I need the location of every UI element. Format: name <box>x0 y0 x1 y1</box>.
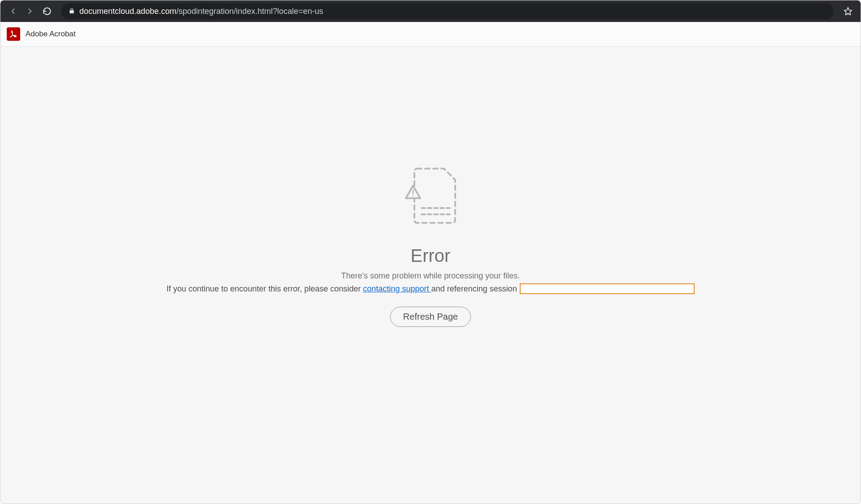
address-bar[interactable]: documentcloud.adobe.com/spodintegration/… <box>61 3 834 19</box>
acrobat-logo-icon <box>7 27 20 41</box>
refresh-page-button[interactable]: Refresh Page <box>390 307 471 327</box>
url-text: documentcloud.adobe.com/spodintegration/… <box>79 7 323 16</box>
error-heading: Error <box>411 246 451 266</box>
bookmark-star-icon[interactable] <box>842 7 854 16</box>
reload-button[interactable] <box>41 5 53 17</box>
svg-marker-0 <box>844 8 852 15</box>
contact-support-link[interactable]: contacting support <box>363 284 431 293</box>
browser-toolbar: documentcloud.adobe.com/spodintegration/… <box>0 0 861 22</box>
lock-icon <box>69 8 75 15</box>
url-path: /spodintegration/index.html?locale=en-us <box>176 7 323 16</box>
forward-button[interactable] <box>24 5 36 17</box>
back-button[interactable] <box>7 5 19 17</box>
app-title: Adobe Acrobat <box>26 30 76 39</box>
error-document-icon <box>397 163 464 232</box>
session-id-highlight <box>520 283 695 294</box>
svg-point-4 <box>412 195 413 196</box>
page-content: Error There's some problem while process… <box>0 47 861 504</box>
app-header: Adobe Acrobat <box>0 22 861 47</box>
url-domain: documentcloud.adobe.com <box>79 7 176 16</box>
support-suffix: and referencing session <box>431 284 517 293</box>
support-line: If you continue to encounter this error,… <box>166 283 695 294</box>
error-subtext: There's some problem while processing yo… <box>341 271 520 281</box>
support-prefix: If you continue to encounter this error,… <box>166 284 363 293</box>
